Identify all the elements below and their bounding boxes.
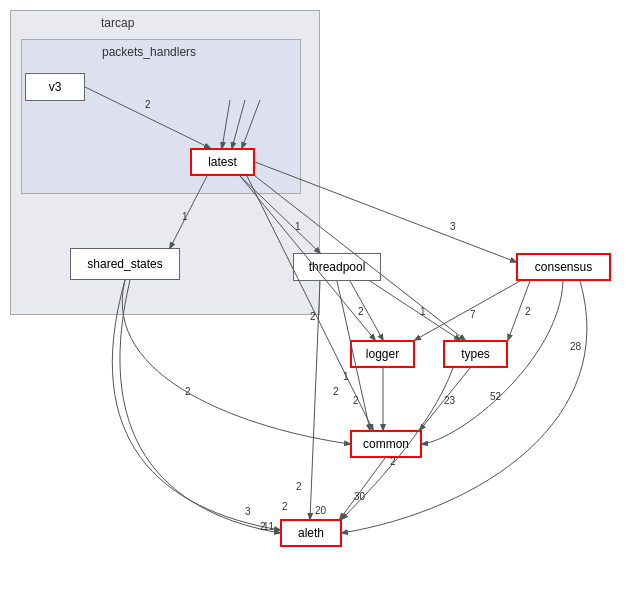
svg-line-25 [415, 281, 520, 340]
svg-text:1: 1 [182, 211, 188, 222]
svg-text:28: 28 [570, 341, 582, 352]
svg-line-9 [255, 162, 516, 262]
svg-line-2 [222, 100, 230, 148]
diagram-container: tarcap packets_handlers v3 latest shared… [0, 0, 643, 596]
arrows-svg: 2 1 1 3 2 2 1 1 2 2 [0, 0, 643, 596]
svg-line-0 [85, 87, 210, 148]
svg-text:2: 2 [310, 311, 316, 322]
svg-text:1: 1 [295, 221, 301, 232]
svg-line-13 [247, 176, 373, 430]
svg-text:30: 30 [354, 491, 366, 502]
svg-text:2: 2 [525, 306, 531, 317]
svg-text:20: 20 [315, 505, 327, 516]
svg-line-17 [370, 281, 460, 340]
svg-line-34 [340, 458, 385, 519]
svg-text:2: 2 [282, 501, 288, 512]
svg-text:2: 2 [185, 386, 191, 397]
svg-text:2: 2 [296, 481, 302, 492]
svg-line-4 [242, 100, 260, 148]
svg-text:1: 1 [343, 371, 349, 382]
svg-text:52: 52 [490, 391, 502, 402]
svg-text:1: 1 [420, 306, 426, 317]
svg-line-19 [337, 281, 370, 430]
svg-text:3: 3 [450, 221, 456, 232]
svg-text:2: 2 [145, 99, 151, 110]
svg-text:2: 2 [333, 386, 339, 397]
svg-text:23: 23 [444, 395, 456, 406]
svg-text:7: 7 [470, 309, 476, 320]
svg-line-15 [350, 281, 383, 340]
svg-text:2: 2 [390, 456, 396, 467]
svg-line-3 [232, 100, 245, 148]
svg-text:2: 2 [260, 521, 266, 532]
svg-text:2: 2 [353, 395, 359, 406]
svg-line-5 [170, 176, 207, 248]
svg-text:3: 3 [245, 506, 251, 517]
svg-text:2: 2 [358, 306, 364, 317]
